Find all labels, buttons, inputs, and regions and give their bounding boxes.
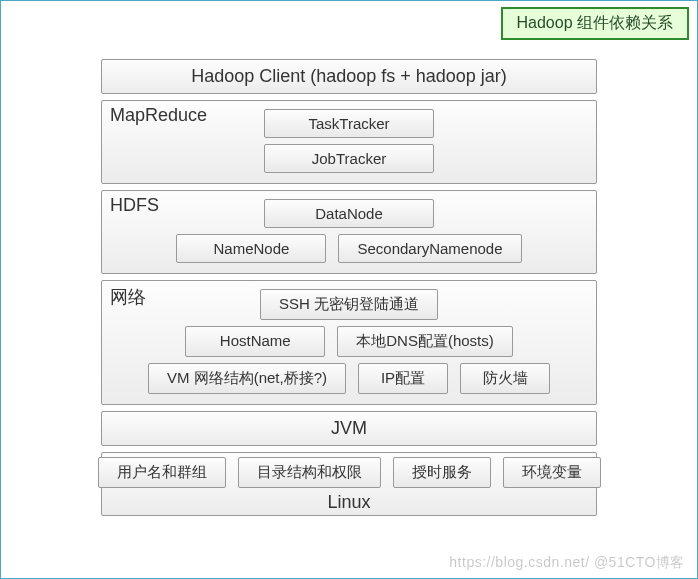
- dirs-node: 目录结构和权限: [238, 457, 381, 488]
- usergroup-node: 用户名和群组: [98, 457, 226, 488]
- diagram-title-badge: Hadoop 组件依赖关系: [501, 7, 690, 40]
- localdns-node: 本地DNS配置(hosts): [337, 326, 513, 357]
- network-label: 网络: [110, 285, 146, 309]
- layer-stack: Hadoop Client (hadoop fs + hadoop jar) M…: [101, 59, 597, 516]
- diagram-canvas: Hadoop 组件依赖关系 Hadoop Client (hadoop fs +…: [0, 0, 698, 579]
- hdfs-layer: HDFS DataNode NameNode SecondaryNamenode: [101, 190, 597, 274]
- secondary-namenode-node: SecondaryNamenode: [338, 234, 521, 263]
- linux-label: Linux: [110, 490, 588, 513]
- linux-layer: 用户名和群组 目录结构和权限 授时服务 环境变量 Linux: [101, 452, 597, 516]
- firewall-node: 防火墙: [460, 363, 550, 394]
- time-node: 授时服务: [393, 457, 491, 488]
- vm-net-node: VM 网络结构(net,桥接?): [148, 363, 346, 394]
- ssh-node: SSH 无密钥登陆通道: [260, 289, 438, 320]
- ip-node: IP配置: [358, 363, 448, 394]
- datanode-node: DataNode: [264, 199, 434, 228]
- namenode-node: NameNode: [176, 234, 326, 263]
- tasktracker-node: TaskTracker: [264, 109, 434, 138]
- jvm-layer: JVM: [101, 411, 597, 446]
- network-layer: 网络 SSH 无密钥登陆通道 HostName 本地DNS配置(hosts) V…: [101, 280, 597, 405]
- env-node: 环境变量: [503, 457, 601, 488]
- watermark: https://blog.csdn.net/ @51CTO博客: [449, 554, 685, 572]
- client-layer: Hadoop Client (hadoop fs + hadoop jar): [101, 59, 597, 94]
- mapreduce-layer: MapReduce TaskTracker JobTracker: [101, 100, 597, 184]
- mapreduce-label: MapReduce: [110, 105, 207, 126]
- hostname-node: HostName: [185, 326, 325, 357]
- hdfs-label: HDFS: [110, 195, 159, 216]
- jobtracker-node: JobTracker: [264, 144, 434, 173]
